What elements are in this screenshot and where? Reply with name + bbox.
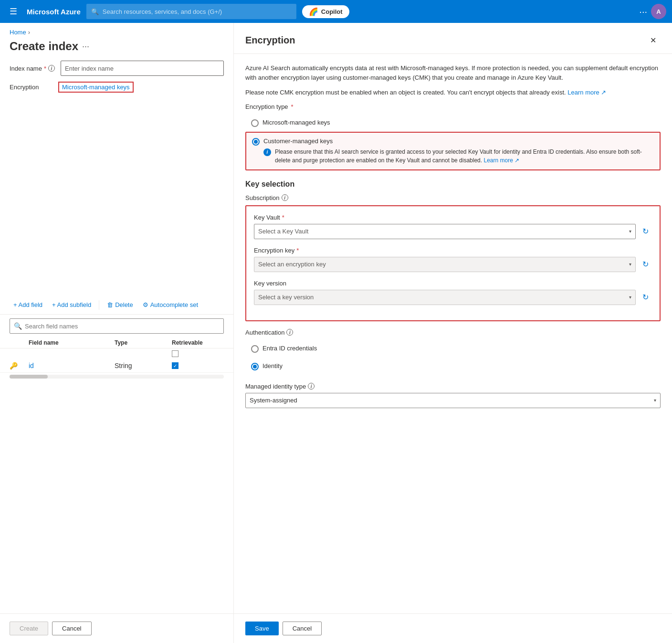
radio-btn-entra[interactable] xyxy=(251,345,259,353)
autocomplete-button[interactable]: ⚙ Autocomplete set xyxy=(139,299,202,310)
key-icon: 🔑 xyxy=(10,362,29,369)
key-version-dropdown-container: Select a key version ▾ ↻ xyxy=(254,290,652,305)
managed-identity-info-icon[interactable]: i xyxy=(308,383,315,390)
managed-identity-label: Managed identity type i xyxy=(245,383,661,390)
left-footer: Create Cancel xyxy=(0,613,233,643)
col-icon-spacer xyxy=(10,339,29,346)
radio-btn-identity[interactable] xyxy=(251,363,259,370)
encryption-panel: Encryption ✕ Azure AI Search automatical… xyxy=(234,23,672,643)
managed-identity-section: Managed identity type i System-assigned … xyxy=(245,383,661,408)
info-learn-more-link[interactable]: Learn more ↗ xyxy=(483,157,519,164)
info-box-text: Please ensure that this AI search servic… xyxy=(275,148,654,165)
cancel-button[interactable]: Cancel xyxy=(52,622,91,635)
panel-content: Azure AI Search automatically encrypts d… xyxy=(234,54,672,613)
search-icon: 🔍 xyxy=(91,8,99,15)
key-version-dropdown[interactable]: Select a key version ▾ xyxy=(254,290,636,305)
breadcrumb-home[interactable]: Home xyxy=(10,29,26,36)
key-selection-box: Key Vault * Select a Key Vault ▾ ↻ Encry… xyxy=(245,205,661,321)
main-layout: Home › Create index ··· Index name * i E… xyxy=(0,23,672,643)
required-star: * xyxy=(282,214,284,221)
chevron-down-icon: ▾ xyxy=(629,262,631,267)
table-header: Field name Type Retrievable xyxy=(0,337,233,348)
scrollbar-track xyxy=(10,375,224,379)
trash-icon: 🗑 xyxy=(107,301,113,308)
form-area: Index name * i Encryption Microsoft-mana… xyxy=(0,61,233,295)
field-search-input[interactable] xyxy=(25,323,220,330)
left-panel: Home › Create index ··· Index name * i E… xyxy=(0,23,234,643)
index-name-input[interactable] xyxy=(61,61,224,76)
nav-right-actions: ··· A xyxy=(639,4,666,19)
scrollbar-thumb[interactable] xyxy=(10,375,48,379)
encryption-type-radio-group: Microsoft-managed keys Customer-managed … xyxy=(245,114,661,170)
encryption-key-dropdown-container: Select an encryption key ▾ ↻ xyxy=(254,257,652,272)
encryption-key-dropdown[interactable]: Select an encryption key ▾ xyxy=(254,257,636,272)
info-circle-icon: i xyxy=(263,148,271,156)
search-input[interactable] xyxy=(103,8,292,15)
field-search-box[interactable]: 🔍 xyxy=(10,318,224,334)
copilot-label: Copilot xyxy=(321,8,343,15)
page-title-more[interactable]: ··· xyxy=(82,42,89,52)
save-button[interactable]: Save xyxy=(245,622,279,635)
col-field-name: Field name xyxy=(29,339,115,346)
radio-microsoft-managed[interactable]: Microsoft-managed keys xyxy=(245,114,661,132)
managed-identity-dropdown[interactable]: System-assigned ▾ xyxy=(245,393,661,408)
gear-icon: ⚙ xyxy=(143,301,148,308)
global-search[interactable]: 🔍 xyxy=(86,4,296,19)
info-icon[interactable]: i xyxy=(48,65,55,72)
encryption-link[interactable]: Microsoft-managed keys xyxy=(58,82,134,93)
brand-name: Microsoft Azure xyxy=(27,8,81,16)
subscription-info-icon[interactable]: i xyxy=(282,194,288,201)
key-vault-refresh-button[interactable]: ↻ xyxy=(639,225,652,238)
retrievable-checkbox[interactable]: ✓ xyxy=(172,362,178,369)
horizontal-scrollbar[interactable] xyxy=(0,375,233,379)
avatar[interactable]: A xyxy=(651,4,666,19)
intro-text-1: Azure AI Search automatically encrypts d… xyxy=(245,63,661,82)
breadcrumb-separator: › xyxy=(28,29,30,36)
add-subfield-button[interactable]: + Add subfield xyxy=(48,299,95,310)
subscription-label: Subscription i xyxy=(245,194,661,201)
more-options-icon[interactable]: ··· xyxy=(639,6,647,17)
close-button[interactable]: ✕ xyxy=(645,32,661,48)
col-type: Type xyxy=(115,339,172,346)
encryption-row: Encryption Microsoft-managed keys xyxy=(10,82,224,93)
index-name-row: Index name * i xyxy=(10,61,224,76)
key-vault-dropdown[interactable]: Select a Key Vault ▾ xyxy=(254,224,636,239)
encryption-key-refresh-button[interactable]: ↻ xyxy=(639,258,652,271)
hamburger-menu[interactable]: ☰ xyxy=(6,4,21,19)
radio-entra-id[interactable]: Entra ID credentials xyxy=(245,340,661,358)
radio-customer-managed[interactable]: Customer-managed keys i Please ensure th… xyxy=(245,132,661,170)
encryption-type-label: Encryption type * xyxy=(245,103,661,110)
delete-button[interactable]: 🗑 Delete xyxy=(103,299,137,310)
managed-identity-dropdown-container: System-assigned ▾ xyxy=(245,393,661,408)
radio-customer-content: Customer-managed keys i Please ensure th… xyxy=(263,137,654,165)
panel-cancel-button[interactable]: Cancel xyxy=(283,622,322,635)
panel-header: Encryption ✕ xyxy=(234,23,672,54)
retrievable-checkbox-header[interactable] xyxy=(172,350,178,357)
toolbar-separator xyxy=(99,300,99,310)
add-field-button[interactable]: + Add field xyxy=(10,299,46,310)
chevron-down-icon: ▾ xyxy=(629,229,631,234)
key-vault-label: Key Vault * xyxy=(254,214,652,221)
key-version-refresh-button[interactable]: ↻ xyxy=(639,291,652,304)
copilot-icon: 🌈 xyxy=(309,7,318,16)
radio-btn-microsoft[interactable] xyxy=(251,119,259,127)
table-row: 🔑 id String ✓ xyxy=(0,359,233,373)
create-button[interactable]: Create xyxy=(10,622,48,635)
radio-label-entra: Entra ID credentials xyxy=(262,345,317,352)
top-navigation: ☰ Microsoft Azure 🔍 🌈 Copilot ··· A xyxy=(0,0,672,23)
search-icon: 🔍 xyxy=(14,322,22,330)
key-version-field: Key version Select a key version ▾ ↻ xyxy=(254,280,652,305)
radio-identity[interactable]: Identity xyxy=(245,358,661,375)
field-name-cell[interactable]: id xyxy=(29,362,115,369)
required-star: * xyxy=(296,247,299,254)
copilot-button[interactable]: 🌈 Copilot xyxy=(302,5,349,18)
page-title: Create index xyxy=(10,40,78,53)
required-star: * xyxy=(291,103,294,110)
page-title-area: Create index ··· xyxy=(0,38,233,61)
radio-btn-customer[interactable] xyxy=(252,138,260,146)
chevron-down-icon: ▾ xyxy=(629,295,631,300)
key-vault-dropdown-container: Select a Key Vault ▾ ↻ xyxy=(254,224,652,239)
authentication-radio-group: Entra ID credentials Identity xyxy=(245,340,661,375)
authentication-info-icon[interactable]: i xyxy=(286,329,293,336)
learn-more-link-1[interactable]: Learn more ↗ xyxy=(567,89,606,96)
